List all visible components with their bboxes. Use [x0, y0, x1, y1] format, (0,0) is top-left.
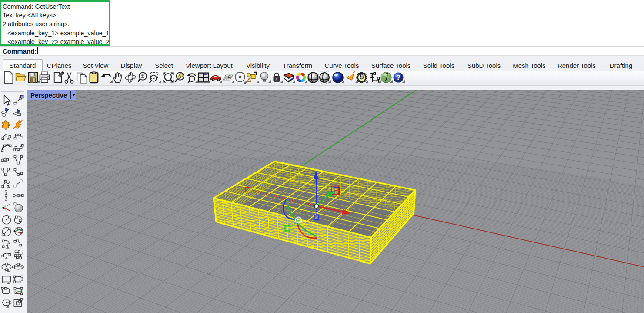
svg-text:?: ?: [396, 73, 401, 82]
